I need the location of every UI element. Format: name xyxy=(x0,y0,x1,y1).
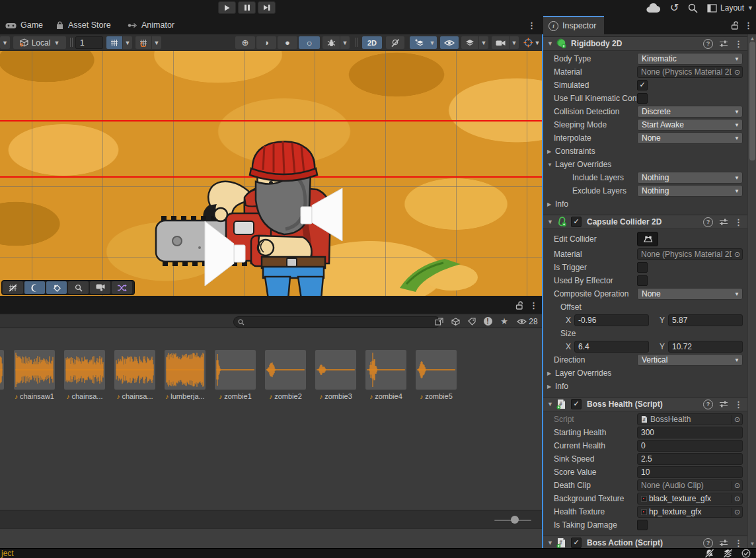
object-field[interactable]: None (Audio Clip)⊙ xyxy=(637,479,743,491)
search-input[interactable] xyxy=(247,318,436,327)
presets-icon[interactable] xyxy=(719,218,728,226)
draw-mode-wireframe-button[interactable]: ◑ xyxy=(256,36,276,49)
x-field[interactable]: -0.96 xyxy=(574,314,649,326)
asset-item[interactable]: ♪zombie4 xyxy=(361,350,411,400)
layers-button[interactable] xyxy=(461,36,478,49)
object-picker-icon[interactable]: ⊙ xyxy=(732,250,742,259)
play-button[interactable] xyxy=(218,1,236,14)
object-picker-icon[interactable]: ⊙ xyxy=(732,481,742,490)
foldout-closed-icon[interactable]: ▶ xyxy=(547,201,555,207)
object-field[interactable]: #BossHealth⊙ xyxy=(637,413,743,425)
object-field[interactable]: black_texture_gfx⊙ xyxy=(637,493,743,505)
asset-item[interactable]: ♪zombie2 xyxy=(260,350,311,400)
dropdown-field[interactable]: None▼ xyxy=(637,288,743,300)
object-field[interactable]: None (Physics Material 2D)⊙ xyxy=(637,66,743,78)
boss-character-sprite[interactable] xyxy=(152,137,350,296)
object-field[interactable]: None (Physics Material 2D)⊙ xyxy=(637,248,743,260)
tab-bar-menu-icon[interactable]: ⋮ xyxy=(527,16,536,34)
search-by-label-button[interactable] xyxy=(465,316,478,327)
tab-inspector[interactable]: i Inspector xyxy=(543,16,604,34)
inspector-scrollbar[interactable]: ▲ ▼ xyxy=(747,34,756,548)
overflow-dropdown-icon[interactable]: ▼ xyxy=(0,36,10,49)
draw-mode-shaded-button[interactable]: ⊕ xyxy=(235,36,255,49)
help-icon[interactable]: ? xyxy=(703,39,713,49)
layout-dropdown[interactable]: Layout ▼ xyxy=(707,3,753,13)
grid-snap-toggle[interactable] xyxy=(106,36,122,49)
text-field[interactable]: 2.5 xyxy=(637,453,743,465)
checkbox[interactable] xyxy=(637,275,648,286)
layers-dropdown-icon[interactable]: ▼ xyxy=(479,36,488,49)
scene-viewport[interactable] xyxy=(0,51,542,296)
object-picker-icon[interactable]: ⊙ xyxy=(732,415,742,424)
status-message[interactable]: ject xyxy=(1,549,14,558)
grid-snap-dropdown-icon[interactable]: ▼ xyxy=(123,36,132,49)
foldout-open-icon[interactable]: ▼ xyxy=(547,540,556,546)
component-enabled-checkbox[interactable]: ✓ xyxy=(571,399,582,409)
audio-waveform-thumbnail[interactable] xyxy=(165,350,206,390)
asset-item[interactable]: ♪lumberja... xyxy=(160,350,210,400)
lighting-toggle[interactable] xyxy=(386,36,404,49)
foldout-open-icon[interactable]: ▼ xyxy=(547,219,556,225)
open-in-new-window-icon[interactable] xyxy=(433,316,445,327)
hidden-items-toggle[interactable]: 28 xyxy=(515,316,540,327)
tab-game[interactable]: Game xyxy=(5,16,43,34)
gizmos-dropdown-icon[interactable]: ▼ xyxy=(533,36,542,49)
cloud-icon[interactable] xyxy=(646,3,661,13)
object-picker-icon[interactable]: ⊙ xyxy=(732,508,742,516)
checkbox[interactable] xyxy=(637,93,648,104)
y-field[interactable]: 5.87 xyxy=(668,314,743,326)
gizmo-selection-button[interactable] xyxy=(46,281,67,294)
help-icon[interactable]: ? xyxy=(703,217,713,227)
checkbox[interactable] xyxy=(637,262,648,273)
kebab-menu-icon[interactable]: ⋮ xyxy=(734,400,743,409)
checkbox[interactable]: ✓ xyxy=(637,80,648,90)
scroll-up-icon[interactable]: ▲ xyxy=(748,36,756,42)
object-field[interactable]: hp_texture_gfx⊙ xyxy=(637,506,743,518)
project-menu-icon[interactable]: ⋮ xyxy=(529,296,538,314)
scroll-down-icon[interactable]: ▼ xyxy=(748,541,756,547)
help-icon[interactable]: ? xyxy=(703,538,713,548)
draw-mode-selected-button[interactable]: ○ xyxy=(299,36,320,49)
presets-icon[interactable] xyxy=(719,400,728,408)
asset-item[interactable]: ♪chainsa... xyxy=(110,350,160,400)
audio-waveform-thumbnail[interactable] xyxy=(64,350,105,390)
x-field[interactable]: 6.4 xyxy=(574,341,649,353)
component-enabled-checkbox[interactable]: ✓ xyxy=(571,538,582,548)
grid-size-input[interactable] xyxy=(75,36,103,49)
pause-button[interactable] xyxy=(238,1,256,14)
scrollbar-thumb[interactable] xyxy=(749,42,755,160)
checkbox[interactable] xyxy=(637,520,648,530)
kebab-menu-icon[interactable]: ⋮ xyxy=(734,538,743,548)
asset-item[interactable]: ♪chainsa... xyxy=(59,350,110,400)
2d-mode-toggle[interactable]: 2D xyxy=(362,36,382,49)
foldout-closed-icon[interactable]: ▶ xyxy=(547,370,555,376)
camera-dropdown-icon[interactable]: ▼ xyxy=(510,36,519,49)
dropdown-field[interactable]: Kinematic▼ xyxy=(637,53,743,65)
project-asset-grid[interactable]: ♪chainsaw1♪chainsa...♪chainsa...♪lumberj… xyxy=(0,328,542,510)
help-icon[interactable]: ? xyxy=(703,400,713,409)
zoom-button[interactable] xyxy=(68,281,89,294)
inspector-menu-icon[interactable]: ⋮ xyxy=(744,16,753,34)
dropdown-field[interactable]: Nothing▼ xyxy=(637,172,743,184)
text-field[interactable]: 0 xyxy=(637,440,743,452)
progress-ok-icon[interactable] xyxy=(741,549,751,558)
component-enabled-checkbox[interactable]: ✓ xyxy=(571,217,582,227)
pivot-local-dropdown[interactable]: Local ▼ xyxy=(13,36,66,49)
foldout-open-icon[interactable]: ▼ xyxy=(547,162,555,168)
debug-dropdown-icon[interactable]: ▼ xyxy=(340,36,350,49)
component-header[interactable]: ▼✓Capsule Collider 2D?⋮ xyxy=(543,215,756,229)
notifications-muted-icon[interactable] xyxy=(704,549,714,558)
grid-visual-toggle[interactable] xyxy=(135,36,151,49)
audio-waveform-thumbnail[interactable] xyxy=(315,350,356,390)
audio-waveform-thumbnail[interactable] xyxy=(365,350,406,390)
text-field[interactable]: 10 xyxy=(637,466,743,478)
kebab-menu-icon[interactable]: ⋮ xyxy=(734,217,743,227)
dropdown-field[interactable]: None▼ xyxy=(637,132,743,144)
dropdown-field[interactable]: Nothing▼ xyxy=(637,185,743,197)
save-search-button[interactable]: ★ xyxy=(498,316,511,327)
effects-dropdown-icon[interactable]: ▼ xyxy=(428,36,437,49)
text-field[interactable]: 300 xyxy=(637,427,743,438)
debug-bug-button[interactable] xyxy=(322,36,340,49)
foldout-closed-icon[interactable]: ▶ xyxy=(547,384,555,390)
component-header[interactable]: ▼#✓Boss Action (Script)?⋮ xyxy=(543,536,756,548)
